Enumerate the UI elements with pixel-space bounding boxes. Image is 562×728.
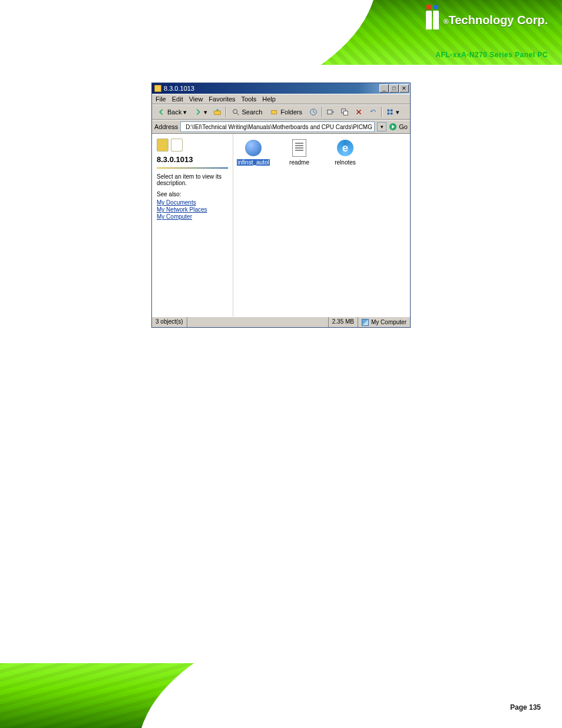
logo-mark bbox=[426, 11, 439, 29]
ie-icon bbox=[336, 139, 355, 157]
move-to-icon bbox=[326, 108, 335, 116]
search-button[interactable]: Search bbox=[229, 106, 265, 118]
client-area: 8.3.0.1013 Select an item to view its de… bbox=[152, 134, 410, 317]
menu-tools[interactable]: Tools bbox=[242, 95, 257, 103]
file-list-pane[interactable]: infinst_autol readme relnotes bbox=[233, 134, 410, 317]
go-icon bbox=[389, 123, 397, 131]
status-location: My Computer bbox=[358, 318, 410, 327]
arrow-left-icon bbox=[157, 108, 166, 116]
up-button[interactable] bbox=[211, 106, 223, 118]
delete-icon bbox=[355, 108, 363, 116]
globe-icon bbox=[244, 139, 263, 157]
arrow-right-icon bbox=[194, 108, 202, 116]
file-item-readme[interactable]: readme bbox=[283, 139, 316, 166]
address-label: Address bbox=[154, 123, 178, 130]
folder-up-icon bbox=[213, 108, 222, 116]
selection-hint: Select an item to view its description. bbox=[157, 173, 228, 186]
menu-edit[interactable]: Edit bbox=[172, 95, 183, 103]
views-button[interactable]: ▾ bbox=[384, 106, 401, 118]
file-label: relnotes bbox=[335, 159, 356, 166]
menu-view[interactable]: View bbox=[189, 95, 203, 103]
copy-to-button[interactable] bbox=[339, 106, 351, 118]
see-also-label: See also: bbox=[157, 191, 228, 197]
folder-name-heading: 8.3.0.1013 bbox=[157, 155, 228, 164]
page-number: Page 135 bbox=[510, 703, 541, 711]
window-title: 8.3.0.1013 bbox=[164, 85, 194, 92]
undo-icon bbox=[369, 108, 377, 116]
svg-rect-9 bbox=[388, 113, 390, 115]
status-bar: 3 object(s) 2.35 MB My Computer bbox=[152, 317, 410, 327]
file-item-infinst-autol[interactable]: infinst_autol bbox=[237, 139, 270, 166]
link-my-computer[interactable]: My Computer bbox=[157, 213, 228, 220]
folder-icon bbox=[154, 85, 161, 92]
status-size: 2.35 MB bbox=[329, 317, 358, 327]
address-dropdown-button[interactable]: ▼ bbox=[377, 122, 386, 131]
address-bar: Address D:\IEI\Technical Writing\Manuals… bbox=[152, 120, 410, 134]
document-icon bbox=[290, 139, 309, 157]
footer-white-sweep bbox=[138, 598, 562, 728]
folder-large-icon bbox=[157, 139, 228, 151]
svg-rect-7 bbox=[388, 110, 390, 112]
address-field[interactable]: D:\IEI\Technical Writing\Manuals\Motherb… bbox=[180, 121, 375, 132]
divider bbox=[157, 167, 228, 169]
my-computer-icon bbox=[362, 319, 369, 326]
toolbar-separator bbox=[226, 107, 226, 117]
menu-file[interactable]: File bbox=[156, 95, 166, 103]
minimize-button[interactable]: _ bbox=[379, 84, 389, 93]
file-item-relnotes[interactable]: relnotes bbox=[329, 139, 362, 166]
search-icon bbox=[232, 108, 240, 116]
link-my-documents[interactable]: My Documents bbox=[157, 199, 228, 206]
svg-rect-8 bbox=[391, 110, 393, 112]
address-path: D:\IEI\Technical Writing\Manuals\Motherb… bbox=[186, 124, 375, 130]
product-title: AFL-xxA-N270 Series Panel PC bbox=[435, 51, 548, 59]
title-bar[interactable]: 8.3.0.1013 _ □ ✕ bbox=[152, 83, 410, 94]
file-label: readme bbox=[289, 159, 309, 166]
undo-button[interactable] bbox=[367, 106, 379, 118]
file-label: infinst_autol bbox=[237, 159, 269, 166]
folders-icon bbox=[270, 108, 279, 116]
svg-point-1 bbox=[233, 110, 237, 114]
folders-button[interactable]: Folders bbox=[267, 106, 305, 118]
status-spacer bbox=[187, 317, 329, 327]
status-objects: 3 object(s) bbox=[152, 317, 187, 327]
back-button[interactable]: Back ▾ bbox=[154, 106, 190, 118]
svg-rect-0 bbox=[214, 111, 221, 114]
menu-bar: File Edit View Favorites Tools Help bbox=[152, 94, 410, 104]
maximize-button[interactable]: □ bbox=[389, 84, 399, 93]
toolbar-separator bbox=[322, 107, 322, 117]
logo-text: ®Technology Corp. bbox=[444, 14, 548, 27]
delete-button[interactable] bbox=[353, 106, 365, 118]
company-logo: ®Technology Corp. bbox=[426, 11, 548, 29]
svg-rect-6 bbox=[343, 111, 348, 115]
views-icon bbox=[386, 108, 394, 116]
svg-rect-10 bbox=[391, 113, 393, 115]
figure-explorer-window: 8.3.0.1013 _ □ ✕ File Edit View Favorite… bbox=[151, 83, 411, 328]
close-button[interactable]: ✕ bbox=[399, 84, 409, 93]
move-to-button[interactable] bbox=[325, 106, 336, 118]
link-my-network-places[interactable]: My Network Places bbox=[157, 206, 228, 213]
menu-help[interactable]: Help bbox=[262, 95, 276, 103]
svg-rect-2 bbox=[272, 110, 277, 114]
history-icon bbox=[309, 108, 318, 116]
toolbar: Back ▾ ▾ Search Folders bbox=[152, 104, 410, 120]
toolbar-separator bbox=[381, 107, 382, 117]
go-button[interactable]: Go bbox=[389, 123, 408, 131]
forward-button[interactable]: ▾ bbox=[192, 106, 209, 118]
copy-to-icon bbox=[340, 108, 349, 116]
menu-favorites[interactable]: Favorites bbox=[209, 95, 235, 103]
svg-rect-4 bbox=[328, 110, 332, 114]
info-pane: 8.3.0.1013 Select an item to view its de… bbox=[152, 134, 233, 317]
window-frame: 8.3.0.1013 _ □ ✕ File Edit View Favorite… bbox=[151, 83, 411, 328]
document-page: ®Technology Corp. AFL-xxA-N270 Series Pa… bbox=[0, 0, 562, 728]
history-button[interactable] bbox=[308, 106, 319, 118]
